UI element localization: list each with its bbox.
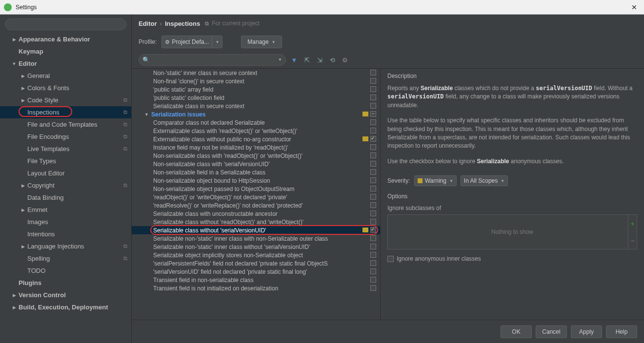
inspection-row[interactable]: 'public static' array field xyxy=(132,85,380,94)
ok-button[interactable]: OK xyxy=(501,325,532,338)
inspection-checkbox[interactable] xyxy=(370,210,376,216)
sidebar-item[interactable]: TODO xyxy=(0,265,131,277)
inspection-checkbox[interactable] xyxy=(370,144,376,150)
reset-icon[interactable]: ⟲ xyxy=(328,56,337,64)
inspection-row[interactable]: 'public static' collection field xyxy=(132,94,380,102)
inspection-row[interactable]: Serializable object implicitly stores no… xyxy=(132,251,380,259)
inspection-checkbox[interactable] xyxy=(370,177,376,183)
inspection-checkbox[interactable] xyxy=(370,260,376,266)
inspection-checkbox[interactable] xyxy=(370,70,376,76)
sidebar-item[interactable]: ▶Colors & Fonts xyxy=(0,82,131,94)
sidebar-search-input[interactable] xyxy=(5,19,126,30)
sidebar-item[interactable]: Layout Editor xyxy=(0,167,131,179)
inspection-checkbox[interactable] xyxy=(370,152,376,158)
collapse-all-icon[interactable]: ⇲ xyxy=(315,56,324,64)
inspection-row[interactable]: Non-serializable object bound to HttpSes… xyxy=(132,176,380,185)
sidebar-item[interactable]: ▶General xyxy=(0,70,131,82)
inspection-checkbox[interactable] xyxy=(370,119,376,125)
inspection-checkbox[interactable] xyxy=(370,285,376,291)
inspection-checkbox[interactable] xyxy=(370,194,376,200)
inspection-checkbox[interactable] xyxy=(370,235,376,241)
inspection-tree[interactable]: Non-'static' inner class in secure conte… xyxy=(132,69,380,320)
ignore-subclasses-list[interactable]: Nothing to show + − xyxy=(387,214,637,249)
inspection-row[interactable]: Serializable class with unconstructable … xyxy=(132,210,380,218)
inspection-row[interactable]: Serializable non-'static' inner class wi… xyxy=(132,243,380,251)
sidebar-item[interactable]: Images xyxy=(0,216,131,228)
sidebar-item[interactable]: File Encodings⧉ xyxy=(0,131,131,143)
help-button[interactable]: Help xyxy=(606,325,637,338)
expand-all-icon[interactable]: ⇱ xyxy=(302,56,311,64)
inspection-row[interactable]: 'readObject()' or 'writeObject()' not de… xyxy=(132,193,380,201)
ignore-anonymous-checkbox[interactable] xyxy=(387,256,394,262)
apply-button[interactable]: Apply xyxy=(571,325,602,338)
sidebar-item[interactable]: Live Templates⧉ xyxy=(0,143,131,155)
cancel-button[interactable]: Cancel xyxy=(536,325,567,338)
inspection-row[interactable]: Non-final 'clone()' in secure context xyxy=(132,77,380,85)
inspection-search-input[interactable] xyxy=(139,54,286,66)
sidebar-item[interactable]: Data Binding xyxy=(0,191,131,204)
sidebar-item[interactable]: Spelling⧉ xyxy=(0,252,131,265)
add-icon[interactable]: + xyxy=(628,215,637,232)
inspection-row[interactable]: Comparator class not declared Serializab… xyxy=(132,118,380,127)
sidebar-item[interactable]: Plugins xyxy=(0,277,131,289)
inspection-checkbox[interactable] xyxy=(370,219,376,225)
inspection-row[interactable]: 'readResolve()' or 'writeReplace()' not … xyxy=(132,201,380,210)
manage-button[interactable]: Manage ▼ xyxy=(241,36,282,48)
inspection-checkbox[interactable] xyxy=(370,186,376,191)
inspection-checkbox[interactable] xyxy=(370,268,376,274)
inspection-row[interactable]: 'serialPersistentFields' field not decla… xyxy=(132,259,380,267)
settings-cog-icon[interactable]: ⚙ xyxy=(341,56,349,64)
sidebar-item[interactable]: ▶Build, Execution, Deployment xyxy=(0,301,131,313)
sidebar-item[interactable]: ▼Editor xyxy=(0,57,131,70)
inspection-checkbox[interactable] xyxy=(370,128,376,133)
sidebar-item[interactable]: Inspections⧉ xyxy=(0,106,131,118)
inspection-row[interactable]: 'serialVersionUID' field not declared 'p… xyxy=(132,267,380,276)
inspection-group[interactable]: ▼Serialization issues− xyxy=(132,110,380,118)
sidebar-item[interactable]: Keymap xyxy=(0,45,131,57)
inspection-checkbox[interactable] xyxy=(370,277,376,283)
inspection-checkbox[interactable] xyxy=(370,136,376,142)
mixed-checkbox[interactable]: − xyxy=(370,111,376,117)
inspection-row[interactable]: Non-serializable field in a Serializable… xyxy=(132,168,380,176)
profile-combo[interactable]: ⚙ Project Defa... ▼ xyxy=(161,36,222,48)
inspection-row[interactable]: Externalizable class without public no-a… xyxy=(132,135,380,143)
inspection-checkbox[interactable] xyxy=(370,103,376,109)
inspection-checkbox[interactable] xyxy=(370,252,376,258)
scope-combo[interactable]: In All Scopes ▼ xyxy=(461,175,508,186)
inspection-row[interactable]: Externalizable class with 'readObject()'… xyxy=(132,127,380,135)
sidebar-item[interactable]: ▶Language Injections⧉ xyxy=(0,240,131,252)
sidebar-item[interactable]: ▶Code Style⧉ xyxy=(0,94,131,106)
remove-icon[interactable]: − xyxy=(628,232,637,249)
inspection-row[interactable]: Serializable class without 'serialVersio… xyxy=(132,226,380,234)
inspection-row[interactable]: Transient field is not initialized on de… xyxy=(132,284,380,292)
inspection-row[interactable]: Non-serializable class with 'readObject(… xyxy=(132,152,380,160)
crumb-editor[interactable]: Editor xyxy=(139,20,157,27)
inspection-row[interactable]: Non-'static' inner class in secure conte… xyxy=(132,69,380,77)
inspection-row[interactable]: Non-serializable class with 'serialVersi… xyxy=(132,160,380,168)
sidebar-item[interactable]: File and Code Templates⧉ xyxy=(0,118,131,131)
close-icon[interactable]: ✕ xyxy=(628,3,640,11)
inspection-checkbox[interactable] xyxy=(370,86,376,92)
inspection-checkbox[interactable] xyxy=(370,202,376,208)
inspection-row[interactable]: Transient field in non-serializable clas… xyxy=(132,276,380,284)
inspection-row[interactable]: Serializable non-'static' inner class wi… xyxy=(132,234,380,243)
inspection-checkbox[interactable] xyxy=(370,169,376,175)
sidebar-item[interactable]: File Types xyxy=(0,155,131,167)
inspection-checkbox[interactable] xyxy=(370,244,376,249)
severity-combo[interactable]: Warning ▼ xyxy=(414,175,457,186)
sidebar-item[interactable]: ▶Copyright⧉ xyxy=(0,179,131,191)
settings-tree[interactable]: ▶Appearance & BehaviorKeymap▼Editor▶Gene… xyxy=(0,33,131,343)
inspection-row[interactable]: Serializable class in secure context xyxy=(132,102,380,110)
inspection-checkbox[interactable] xyxy=(370,227,376,233)
inspection-checkbox[interactable] xyxy=(370,78,376,84)
filter-icon[interactable]: ▼ xyxy=(290,56,299,64)
inspection-checkbox[interactable] xyxy=(370,95,376,100)
inspection-row[interactable]: Instance field may not be initialized by… xyxy=(132,143,380,152)
sidebar-item[interactable]: ▶Appearance & Behavior xyxy=(0,33,131,45)
inspection-row[interactable]: Non-serializable object passed to Object… xyxy=(132,185,380,193)
inspection-checkbox[interactable] xyxy=(370,161,376,167)
sidebar-item[interactable]: Intentions xyxy=(0,228,131,240)
inspection-row[interactable]: Serializable class without 'readObject()… xyxy=(132,218,380,226)
sidebar-item[interactable]: ▶Version Control xyxy=(0,289,131,301)
sidebar-item[interactable]: ▶Emmet xyxy=(0,204,131,216)
